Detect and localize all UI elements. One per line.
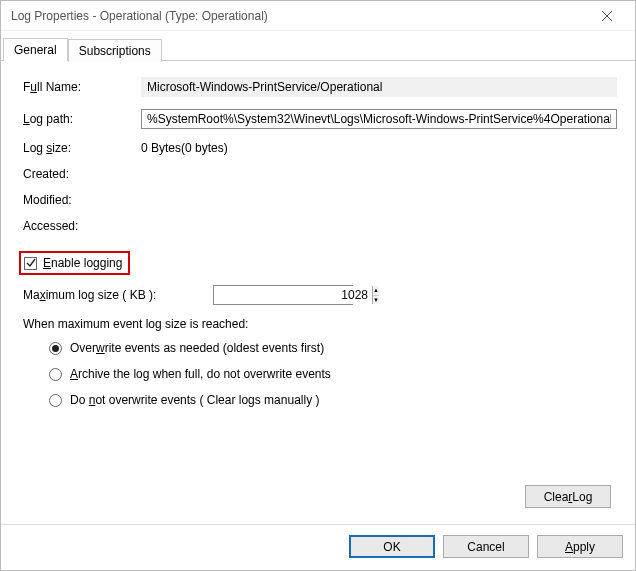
titlebar: Log Properties - Operational (Type: Oper… bbox=[1, 1, 635, 31]
value-full-name: Microsoft-Windows-PrintService/Operation… bbox=[141, 77, 617, 97]
label-enable-logging: Enable logging bbox=[43, 256, 122, 270]
label-accessed: Accessed: bbox=[23, 219, 141, 233]
close-button[interactable] bbox=[587, 2, 627, 30]
row-log-path: Log path: bbox=[23, 109, 617, 129]
input-max-size[interactable] bbox=[214, 286, 372, 304]
radio-group-overflow: Overwrite events as needed (oldest event… bbox=[23, 341, 617, 419]
input-log-path[interactable] bbox=[141, 109, 617, 129]
general-panel: Full Name: Microsoft-Windows-PrintServic… bbox=[1, 61, 635, 524]
radio-label: Do not overwrite events ( Clear logs man… bbox=[70, 393, 319, 407]
label-created: Created: bbox=[23, 167, 141, 181]
tab-general[interactable]: General bbox=[3, 38, 68, 61]
tab-bar: General Subscriptions bbox=[1, 35, 635, 61]
highlight-enable-logging: Enable logging bbox=[19, 251, 130, 275]
label-max-size: Maximum log size ( KB ): bbox=[23, 288, 213, 302]
label-modified: Modified: bbox=[23, 193, 141, 207]
radio-icon bbox=[49, 342, 62, 355]
radio-overwrite[interactable]: Overwrite events as needed (oldest event… bbox=[49, 341, 617, 355]
label-when-max: When maximum event log size is reached: bbox=[23, 317, 617, 331]
label-full-name: Full Name: bbox=[23, 80, 141, 94]
row-enable-logging: Enable logging bbox=[23, 251, 617, 275]
tab-subscriptions[interactable]: Subscriptions bbox=[68, 39, 162, 62]
row-full-name: Full Name: Microsoft-Windows-PrintServic… bbox=[23, 77, 617, 97]
row-accessed: Accessed: bbox=[23, 219, 617, 233]
spinner-up[interactable]: ▲ bbox=[373, 286, 379, 296]
dialog-window: Log Properties - Operational (Type: Oper… bbox=[0, 0, 636, 571]
radio-icon bbox=[49, 394, 62, 407]
dialog-footer: OK Cancel Apply bbox=[1, 524, 635, 570]
spinner-down[interactable]: ▼ bbox=[373, 296, 379, 305]
label-log-path: Log path: bbox=[23, 112, 141, 126]
apply-button[interactable]: Apply bbox=[537, 535, 623, 558]
radio-icon bbox=[49, 368, 62, 381]
row-created: Created: bbox=[23, 167, 617, 181]
spinner-max-size[interactable]: ▲ ▼ bbox=[213, 285, 353, 305]
radio-label: Archive the log when full, do not overwr… bbox=[70, 367, 331, 381]
row-log-size: Log size: 0 Bytes(0 bytes) bbox=[23, 141, 617, 155]
ok-button[interactable]: OK bbox=[349, 535, 435, 558]
checkbox-enable-logging[interactable] bbox=[24, 257, 37, 270]
window-title: Log Properties - Operational (Type: Oper… bbox=[11, 9, 587, 23]
row-max-size: Maximum log size ( KB ): ▲ ▼ bbox=[23, 285, 617, 305]
value-log-size: 0 Bytes(0 bytes) bbox=[141, 141, 617, 155]
cancel-button[interactable]: Cancel bbox=[443, 535, 529, 558]
row-modified: Modified: bbox=[23, 193, 617, 207]
clear-log-button[interactable]: Clear Log bbox=[525, 485, 611, 508]
radio-archive[interactable]: Archive the log when full, do not overwr… bbox=[49, 367, 617, 381]
radio-label: Overwrite events as needed (oldest event… bbox=[70, 341, 324, 355]
label-log-size: Log size: bbox=[23, 141, 141, 155]
radio-do-not-overwrite[interactable]: Do not overwrite events ( Clear logs man… bbox=[49, 393, 617, 407]
